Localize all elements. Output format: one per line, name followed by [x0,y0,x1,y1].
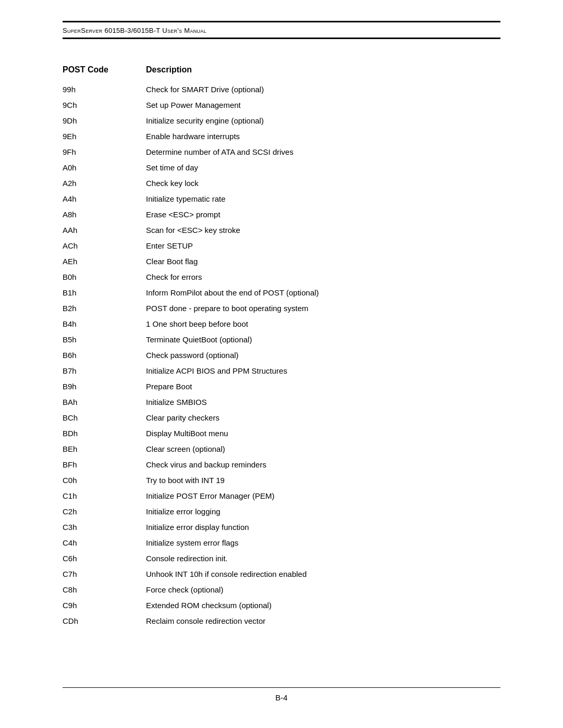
post-code: C0h [63,474,146,487]
table-row: 99hCheck for SMART Drive (optional) [63,82,500,97]
post-description: 1 One short beep before boot [146,318,500,330]
table-row: C7hUnhook INT 10h if console redirection… [63,566,500,582]
post-description: Set up Power Management [146,99,500,112]
footer: B-4 [63,687,500,702]
post-code: C6h [63,552,146,565]
post-description: Clear parity checkers [146,412,500,424]
table-row: BDhDisplay MultiBoot menu [63,426,500,441]
table-row: C4hInitialize system error flags [63,535,500,551]
table-row: 9DhInitialize security engine (optional) [63,113,500,129]
post-description: Console redirection init. [146,552,500,565]
table-row: C8hForce check (optional) [63,582,500,598]
post-description: Set time of day [146,162,500,174]
post-description: Check key lock [146,177,500,190]
table-row: A4hInitialize typematic rate [63,191,500,207]
post-code: BAh [63,396,146,409]
post-code: B9h [63,380,146,393]
post-description: Initialize security engine (optional) [146,115,500,127]
post-description: Enter SETUP [146,240,500,252]
post-code: A8h [63,208,146,221]
table-row: A0hSet time of day [63,160,500,176]
table-row: BChClear parity checkers [63,410,500,426]
post-description: Try to boot with INT 19 [146,474,500,487]
post-code: C9h [63,599,146,612]
page-number: B-4 [275,693,287,702]
table-row: B7hInitialize ACPI BIOS and PPM Structur… [63,363,500,379]
table-row: B2hPOST done - prepare to boot operating… [63,301,500,316]
table-row: AEhClear Boot flag [63,254,500,269]
table-row: B9hPrepare Boot [63,379,500,394]
table-row: A8hErase <ESC> prompt [63,207,500,223]
table-header: POST Code Description [63,65,500,77]
post-description: Check password (optional) [146,349,500,362]
post-code: B6h [63,349,146,362]
post-description: Check virus and backup reminders [146,459,500,471]
table-row: 9EhEnable hardware interrupts [63,129,500,144]
post-description: Terminate QuietBoot (optional) [146,334,500,346]
post-description: Enable hardware interrupts [146,130,500,143]
post-code: 9Ch [63,99,146,112]
post-description: Prepare Boot [146,380,500,393]
post-code: B4h [63,318,146,330]
post-code: A2h [63,177,146,190]
post-code: B5h [63,334,146,346]
post-code: BFh [63,459,146,471]
table-row: C9hExtended ROM checksum (optional) [63,598,500,613]
post-code: B2h [63,302,146,315]
table-row: C3hInitialize error display function [63,520,500,535]
col-code-header: POST Code [63,65,146,75]
post-description: Extended ROM checksum (optional) [146,599,500,612]
post-code: BCh [63,412,146,424]
content-area: POST Code Description 99hCheck for SMART… [63,55,500,639]
post-description: Check for errors [146,271,500,283]
post-code: 9Dh [63,115,146,127]
table-row: AAhScan for <ESC> key stroke [63,223,500,238]
post-code: 9Eh [63,130,146,143]
table-row: C2hInitialize error logging [63,504,500,520]
post-code: B7h [63,365,146,377]
post-code: B1h [63,287,146,299]
post-description: Initialize error display function [146,521,500,534]
post-description: Check for SMART Drive (optional) [146,83,500,96]
table-row: B4h1 One short beep before boot [63,316,500,332]
header-title: SuperServer 6015B-3/6015B-T User's Manua… [63,27,206,34]
table-row: C0hTry to boot with INT 19 [63,473,500,488]
post-description: POST done - prepare to boot operating sy… [146,302,500,315]
post-code: ACh [63,240,146,252]
header-bar: SuperServer 6015B-3/6015B-T User's Manua… [63,21,500,39]
post-description: Initialize SMBIOS [146,396,500,409]
post-code: C7h [63,568,146,581]
table-row: C6hConsole redirection init. [63,551,500,566]
post-code: C8h [63,584,146,596]
post-description: Scan for <ESC> key stroke [146,224,500,237]
table-row: BFhCheck virus and backup reminders [63,457,500,473]
col-desc-header: Description [146,65,500,75]
post-description: Force check (optional) [146,584,500,596]
post-description: Inform RomPilot about the end of POST (o… [146,287,500,299]
table-row: B0hCheck for errors [63,269,500,285]
table-row: BEhClear screen (optional) [63,441,500,457]
table-row: 9FhDetermine number of ATA and SCSI driv… [63,144,500,160]
post-code: 9Fh [63,146,146,158]
table-row: B6hCheck password (optional) [63,348,500,363]
post-description: Erase <ESC> prompt [146,208,500,221]
table-row: CDhReclaim console redirection vector [63,613,500,629]
post-description: Initialize error logging [146,505,500,518]
post-description: Determine number of ATA and SCSI drives [146,146,500,158]
page-container: SuperServer 6015B-3/6015B-T User's Manua… [0,0,563,728]
post-code: 99h [63,83,146,96]
post-description: Clear Boot flag [146,255,500,268]
post-description: Initialize POST Error Manager (PEM) [146,490,500,502]
post-code: C1h [63,490,146,502]
post-code: C3h [63,521,146,534]
post-description: Display MultiBoot menu [146,427,500,440]
table-row: 9ChSet up Power Management [63,97,500,113]
post-code: CDh [63,615,146,627]
table-body: 99hCheck for SMART Drive (optional)9ChSe… [63,82,500,629]
table-row: B1hInform RomPilot about the end of POST… [63,285,500,301]
table-row: A2hCheck key lock [63,176,500,191]
post-code: C4h [63,537,146,549]
post-description: Clear screen (optional) [146,443,500,455]
post-code: A4h [63,193,146,205]
table-row: C1hInitialize POST Error Manager (PEM) [63,488,500,504]
